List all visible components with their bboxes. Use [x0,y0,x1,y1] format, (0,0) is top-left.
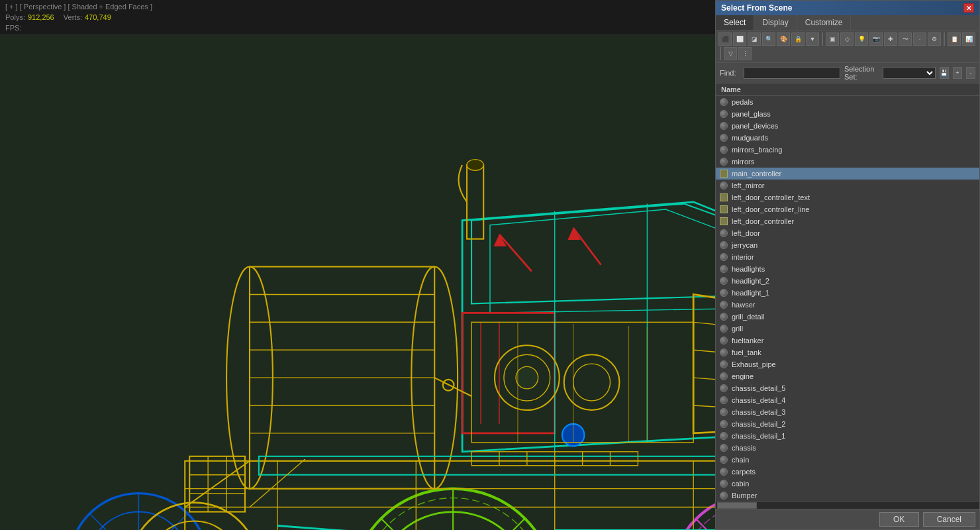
list-item[interactable]: headlights [716,263,979,275]
list-item[interactable]: headlight_2 [716,275,979,287]
display-filter-icon[interactable]: ▽ [724,47,737,60]
list-item-label: cabin [732,480,977,488]
list-item[interactable]: panel_glass [716,108,979,120]
sphere-item-icon [718,419,729,429]
list-item[interactable]: left_door_controller_text [716,191,979,203]
ok-button[interactable]: OK [879,512,919,527]
list-item[interactable]: mirrors_bracing [716,144,979,156]
geometry-filter-icon[interactable]: ▣ [826,32,839,46]
close-button[interactable]: ✕ [963,3,974,13]
remove-set-icon[interactable]: - [966,67,975,79]
tab-select[interactable]: Select [716,15,754,30]
fps-label: FPS: [5,23,21,33]
particle-filter-icon[interactable]: · [913,32,926,46]
list-header: Name [716,83,979,96]
list-item[interactable]: cabin [716,478,979,490]
helper-filter-icon[interactable]: ✚ [884,32,897,46]
list-item[interactable]: mudguards [716,132,979,144]
sphere-item-icon [718,109,729,119]
camera-filter-icon[interactable]: 📷 [869,32,883,46]
find-input[interactable] [744,67,840,79]
list-item-label: chassis_detail_4 [732,396,977,404]
cancel-button[interactable]: Cancel [923,512,975,527]
tab-customize[interactable]: Customize [797,15,852,30]
cube-item-icon [718,216,729,227]
list-item[interactable]: pedals [716,96,979,108]
list-item-label: left_door_controller [732,217,977,225]
list-item[interactable]: grill_detail [716,311,979,323]
save-set-icon[interactable]: 💾 [940,67,949,79]
list-item-label: engine [732,372,977,380]
display-options-icon[interactable]: ⋮ [738,47,752,60]
selection-set-dropdown[interactable] [883,67,936,79]
horizontal-scrollbar[interactable] [716,501,979,509]
list-item[interactable]: fuel_tank [716,346,979,358]
cube-item-icon [718,204,729,215]
list-item[interactable]: carpets [716,466,979,478]
list-item[interactable]: mirrors [716,156,979,168]
polys-label: Polys: [5,12,25,23]
list-item[interactable]: main_controller [716,168,979,180]
list-item[interactable]: Bumper [716,490,979,501]
light-filter-icon[interactable]: 💡 [855,32,868,46]
list-item[interactable]: chassis [716,442,979,454]
list-item[interactable]: left_door [716,227,979,239]
list-item-label: left_door [732,229,977,237]
list-item[interactable]: grill [716,323,979,335]
list-item[interactable]: chassis_detail_5 [716,382,979,394]
list-item-label: mirrors [732,158,977,166]
list-item[interactable]: jerrycan [716,239,979,251]
list-item-label: Bumper [732,492,977,500]
list-item[interactable]: left_door_controller [716,215,979,227]
cube-item-icon [718,168,729,179]
list-item[interactable]: chain [716,454,979,466]
list-item[interactable]: fueltanker [716,335,979,346]
list-item-label: chassis [732,444,977,452]
list-item-label: mudguards [732,134,977,142]
sphere-item-icon [718,132,729,143]
filter-icon[interactable]: ▼ [806,32,819,46]
select-hierarchy-icon[interactable]: ⬜ [733,32,746,46]
selection-set-label: Selection Set: [844,65,879,81]
sphere-item-icon [718,443,729,453]
select-all-icon[interactable]: ⬛ [718,32,732,46]
bone-filter-icon[interactable]: ⚙ [928,32,941,46]
list-item-label: left_door_controller_line [732,205,977,213]
list-item[interactable]: engine [716,370,979,382]
dialog-titlebar: Select From Scene ✕ [716,1,979,15]
list-item[interactable]: chassis_detail_1 [716,430,979,442]
list-item[interactable]: hawser [716,299,979,311]
polys-value: 912,256 [28,12,54,23]
select-by-color-icon[interactable]: 🎨 [777,32,790,46]
tab-display[interactable]: Display [754,15,797,30]
list-item-label: chain [732,456,977,464]
list-item[interactable]: interior [716,251,979,263]
verts-label: Verts: [64,12,82,23]
list-item[interactable]: chassis_detail_3 [716,406,979,418]
list-item-label: headlight_2 [732,277,977,285]
list-item-label: carpets [732,468,977,476]
list-item[interactable]: headlight_1 [716,287,979,299]
spline-filter-icon[interactable]: 〜 [899,32,912,46]
sphere-item-icon [718,299,729,310]
lock-icon[interactable]: 🔒 [791,32,805,46]
list-item[interactable]: left_door_controller_line [716,203,979,215]
display-subtree-icon[interactable]: 📋 [948,32,961,46]
toolbar-sep-3 [720,47,721,60]
list-item[interactable]: panel_devices [716,120,979,132]
add-set-icon[interactable]: + [953,67,962,79]
sphere-item-icon [718,121,729,131]
objects-list[interactable]: pedalspanel_glasspanel_devicesmudguardsm… [716,96,979,501]
select-by-name-icon[interactable]: 🔍 [762,32,775,46]
list-item[interactable]: left_mirror [716,180,979,191]
display-influences-icon[interactable]: 📊 [962,32,975,46]
sphere-item-icon [718,252,729,262]
list-item[interactable]: chassis_detail_2 [716,418,979,430]
shape-filter-icon[interactable]: ◇ [840,32,854,46]
list-item[interactable]: Exhaust_pipe [716,358,979,370]
select-invert-icon[interactable]: ◪ [748,32,761,46]
horiz-scroll-thumb[interactable] [717,502,757,509]
list-item[interactable]: chassis_detail_4 [716,394,979,406]
sphere-item-icon [718,359,729,370]
sphere-item-icon [718,240,729,250]
